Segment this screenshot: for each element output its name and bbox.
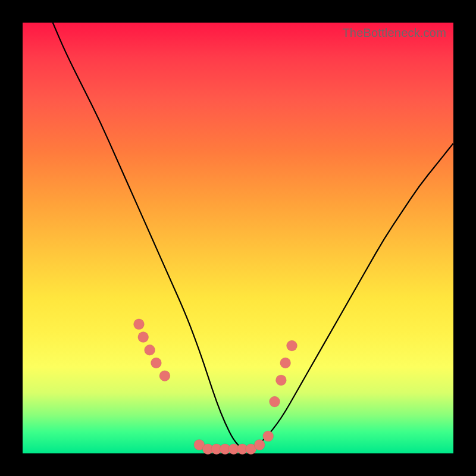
highlight-marker [138, 332, 149, 343]
highlight-marker [280, 358, 291, 368]
chart-frame: TheBottleneck.com [0, 0, 476, 476]
highlight-marker [270, 396, 280, 407]
highlight-markers-group [133, 319, 297, 455]
highlight-marker [159, 371, 170, 381]
bottleneck-curve [53, 23, 453, 449]
highlight-marker [151, 358, 161, 368]
highlight-marker [254, 440, 265, 450]
highlight-marker [263, 431, 274, 441]
highlight-marker [287, 340, 298, 351]
highlight-marker [145, 345, 155, 355]
plot-area: TheBottleneck.com [23, 23, 453, 453]
highlight-marker [133, 319, 144, 330]
curve-svg [23, 23, 453, 453]
highlight-marker [275, 375, 286, 386]
